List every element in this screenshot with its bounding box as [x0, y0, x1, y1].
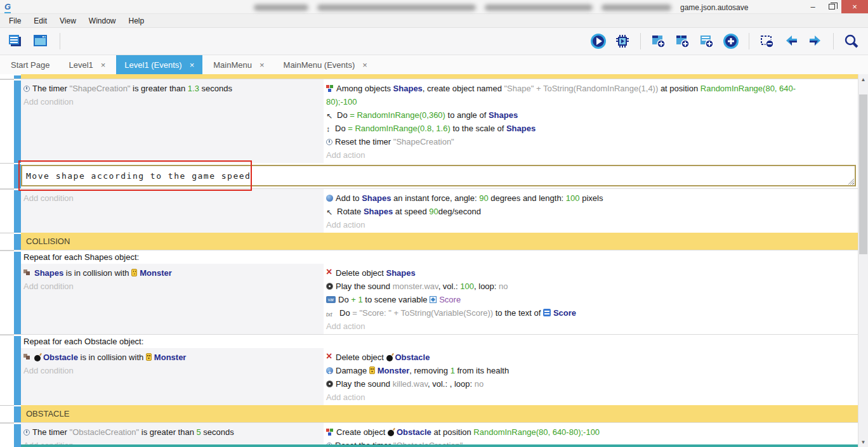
foreach-header[interactable]: Repeat for each Obstacle object:: [21, 335, 858, 348]
restore-icon: [829, 4, 835, 10]
action-line[interactable]: Create object Obstacle at position Rando…: [324, 425, 796, 439]
event-gutter-strip[interactable]: [14, 405, 21, 422]
scrollbar-thumb[interactable]: [859, 94, 867, 254]
search-icon[interactable]: [841, 32, 862, 51]
menu-edit[interactable]: Edit: [27, 14, 53, 28]
add-action-link[interactable]: Add action: [324, 391, 858, 404]
action-line[interactable]: Delete object Obstacle: [324, 351, 796, 364]
add-action-link[interactable]: Add action: [324, 148, 858, 162]
action-line[interactable]: Damage Monster, removing 1 from its heal…: [324, 364, 796, 377]
conditions-column: Shapes is in collision with MonsterAdd c…: [21, 264, 324, 334]
foreach-event-row[interactable]: Repeat for each Obstacle object:Obstacle…: [0, 334, 858, 405]
comment-edit-textarea[interactable]: Move shape according to the game speed: [21, 165, 856, 186]
preview-icon[interactable]: [588, 32, 608, 51]
events-sheet: The timer "ShapeCreation" is greater tha…: [0, 74, 868, 447]
add-event-icon[interactable]: [648, 32, 669, 51]
event-row[interactable]: The timer "ShapeCreation" is greater tha…: [0, 79, 858, 163]
add-more-icon[interactable]: [721, 32, 741, 51]
delete-event-icon[interactable]: [757, 32, 777, 51]
project-pages-icon[interactable]: [5, 32, 25, 51]
add-condition-link[interactable]: Add condition: [21, 364, 324, 377]
tab-label: MainMenu: [213, 60, 252, 70]
menu-view[interactable]: View: [53, 14, 82, 28]
event-gutter-strip[interactable]: [14, 74, 21, 79]
events-left-margin: [0, 79, 14, 163]
monster-icon: [369, 366, 375, 374]
events-left-margin: [0, 74, 14, 79]
menu-bar: FileEditViewWindowHelp: [0, 14, 868, 28]
menu-window[interactable]: Window: [82, 14, 122, 28]
tab-close-icon[interactable]: ×: [190, 60, 195, 70]
conditions-column: The timer "ShapeCreation" is greater tha…: [21, 79, 324, 163]
action-line[interactable]: Do = RandomInRange(0.8, 1.6) to the scal…: [324, 122, 796, 135]
action-line[interactable]: Delete object Shapes: [324, 266, 796, 280]
action-line[interactable]: Among objects Shapes, create object name…: [324, 82, 796, 108]
undo-icon[interactable]: [781, 32, 801, 51]
tab-close-icon[interactable]: ×: [101, 60, 106, 70]
add-condition-link[interactable]: Add condition: [21, 280, 324, 293]
comment-bar-partial[interactable]: [0, 74, 858, 79]
scroll-up-icon[interactable]: ▲: [858, 74, 868, 84]
comment-bar[interactable]: COLLISION: [21, 233, 858, 250]
toolbar-separator: [640, 33, 641, 49]
comment-edit-row[interactable]: Move shape according to the game speed: [0, 163, 858, 188]
vertical-scrollbar[interactable]: ▲ ▼: [858, 74, 868, 447]
condition-line[interactable]: Shapes is in collision with Monster: [21, 266, 324, 280]
action-line[interactable]: Do + 1 to scene variable Score: [324, 293, 796, 306]
tab-mainmenu-events-[interactable]: MainMenu (Events)×: [275, 55, 376, 74]
action-line[interactable]: Do = "Score: " + ToString(Variable(Score…: [324, 306, 796, 320]
condition-line[interactable]: The timer "ShapeCreation" is greater tha…: [21, 82, 324, 95]
event-gutter-strip[interactable]: [14, 250, 21, 334]
action-line[interactable]: Play the sound monster.wav, vol.: 100, l…: [324, 280, 796, 293]
restore-button[interactable]: [822, 1, 841, 13]
toolbar-separator: [749, 33, 749, 49]
add-comment-icon[interactable]: [697, 32, 717, 51]
menu-help[interactable]: Help: [122, 14, 151, 28]
event-row[interactable]: Add conditionAdd to Shapes an instant fo…: [0, 188, 858, 233]
add-action-link[interactable]: Add action: [324, 320, 858, 333]
tab-level1[interactable]: Level1×: [60, 55, 114, 74]
actions-column: Among objects Shapes, create object name…: [324, 79, 858, 163]
foreach-header[interactable]: Repeat for each Shapes object:: [21, 250, 858, 264]
action-line[interactable]: Rotate Shapes at speed 90deg/second: [324, 205, 796, 218]
text-object-icon: [543, 309, 551, 316]
resize-grip-icon[interactable]: [847, 178, 854, 185]
scroll-down-icon[interactable]: ▼: [858, 437, 868, 447]
events-left-margin: [0, 405, 14, 422]
tab-close-icon[interactable]: ×: [260, 60, 265, 70]
event-gutter-strip[interactable]: [14, 79, 21, 163]
redo-icon[interactable]: [805, 32, 825, 51]
redacted-title-text: [254, 4, 308, 11]
menu-file[interactable]: File: [3, 14, 27, 28]
action-line[interactable]: Add to Shapes an instant force, angle: 9…: [324, 191, 796, 205]
editor-window-icon[interactable]: [30, 32, 51, 51]
comment-bar[interactable]: OBSTACLE: [21, 405, 858, 422]
event-gutter-strip[interactable]: [14, 233, 21, 250]
event-gutter-strip[interactable]: [14, 163, 21, 188]
tab-close-icon[interactable]: ×: [362, 60, 367, 70]
action-line[interactable]: Play the sound killed.wav, vol.: , loop:…: [324, 377, 796, 391]
foreach-event-row[interactable]: Repeat for each Shapes object:Shapes is …: [0, 250, 858, 334]
condition-line[interactable]: The timer "ObstacleCreation" is greater …: [21, 425, 324, 439]
add-subevent-icon[interactable]: [673, 32, 693, 51]
tab-level1-events-[interactable]: Level1 (Events)×: [116, 55, 202, 74]
event-gutter-strip[interactable]: [14, 189, 21, 233]
text-icon: [326, 309, 337, 316]
comment-bar-partial[interactable]: [21, 444, 858, 447]
add-condition-link[interactable]: Add condition: [21, 191, 324, 205]
conditions-column: Add condition: [21, 189, 324, 233]
action-line[interactable]: Do = RandomInRange(0,360) to angle of Sh…: [324, 108, 796, 122]
add-condition-link[interactable]: Add condition: [21, 95, 324, 108]
condition-line[interactable]: Obstacle is in collision with Monster: [21, 351, 324, 364]
minimize-button[interactable]: –: [803, 1, 822, 13]
close-button[interactable]: ×: [841, 0, 868, 13]
action-line[interactable]: Reset the timer "ShapeCreation": [324, 135, 796, 148]
event-gutter-strip[interactable]: [14, 335, 21, 405]
debug-icon[interactable]: [612, 32, 633, 51]
tab-label: Level1 (Events): [124, 60, 181, 70]
tab-mainmenu[interactable]: MainMenu×: [205, 55, 272, 74]
event-row[interactable]: The timer "ObstacleCreation" is greater …: [0, 422, 858, 447]
tab-start-page[interactable]: Start Page: [3, 55, 58, 74]
add-action-link[interactable]: Add action: [324, 218, 858, 231]
event-gutter-strip[interactable]: [14, 423, 21, 447]
